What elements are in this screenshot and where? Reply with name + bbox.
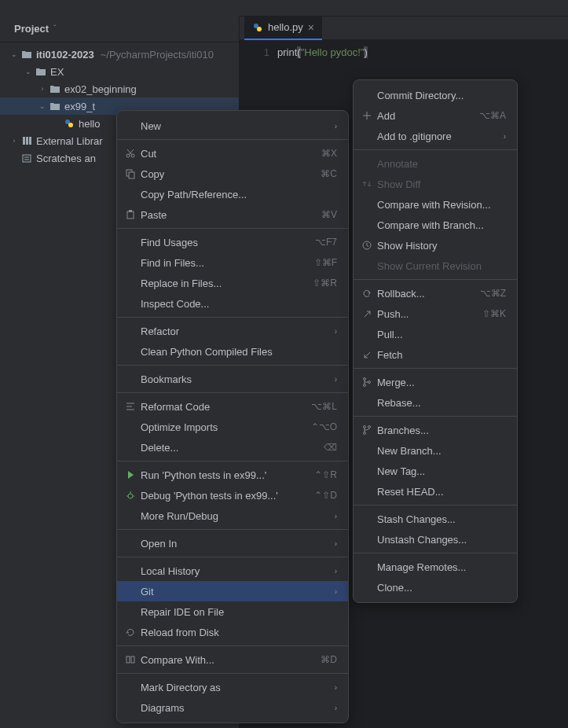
tab-hello[interactable]: hello.py ×: [244, 17, 322, 40]
chevron-down-icon[interactable]: ⌄: [22, 68, 35, 75]
debug-icon: [125, 489, 139, 502]
code-line[interactable]: print("Hello pydoc!"): [277, 45, 368, 61]
menu-local-history[interactable]: Local History›: [117, 561, 348, 581]
chevron-down-icon[interactable]: ⌄: [8, 50, 20, 58]
menu-reformat-code[interactable]: Reformat Code⌥⌘L: [117, 396, 348, 417]
menu-reset-head[interactable]: Reset HEAD...: [354, 481, 517, 502]
copy-icon: [125, 167, 139, 180]
menu-more-run[interactable]: More Run/Debug›: [117, 506, 348, 526]
tree-label: External Librar: [36, 135, 103, 147]
fetch-icon: [361, 348, 376, 361]
svg-point-44: [364, 432, 366, 435]
menu-refactor[interactable]: Refactor›: [117, 321, 348, 341]
menu-branches[interactable]: Branches...: [354, 420, 517, 440]
chevron-right-icon[interactable]: ›: [8, 137, 20, 145]
svg-point-42: [368, 381, 371, 384]
chevron-right-icon: ›: [335, 683, 337, 692]
menu-new-branch[interactable]: New Branch...: [354, 440, 517, 461]
menu-stash[interactable]: Stash Changes...: [354, 509, 517, 529]
svg-point-1: [68, 123, 73, 127]
menu-diagrams[interactable]: Diagrams›: [117, 697, 348, 718]
chevron-right-icon: ›: [335, 375, 337, 384]
chevron-right-icon: ›: [335, 587, 337, 596]
menu-bookmarks[interactable]: Bookmarks›: [117, 369, 348, 389]
svg-point-43: [364, 426, 366, 428]
menu-new-tag[interactable]: New Tag...: [354, 461, 517, 481]
folder-icon: [35, 65, 47, 78]
svg-line-39: [365, 352, 370, 358]
tree-folder-ex02[interactable]: › ex02_beginning: [0, 80, 239, 97]
svg-point-21: [128, 494, 133, 498]
close-icon[interactable]: ×: [308, 21, 314, 34]
tree-root[interactable]: ⌄ iti0102-2023 ~/PycharmProjects/iti010: [0, 46, 239, 63]
plus-icon: [361, 109, 376, 122]
menu-git-add[interactable]: Add⌥⌘A: [354, 105, 517, 126]
menu-copy-path[interactable]: Copy Path/Reference...: [117, 184, 348, 204]
menu-merge[interactable]: Merge...: [354, 372, 517, 392]
tree-label: EX: [50, 66, 64, 78]
menu-optimize-imports[interactable]: Optimize Imports⌃⌥O: [117, 417, 348, 437]
tree-label: hello: [79, 118, 100, 130]
menu-show-current-revision: Show Current Revision: [354, 256, 517, 276]
menu-manage-remotes[interactable]: Manage Remotes...: [354, 557, 517, 577]
menu-reload-disk[interactable]: Reload from Disk: [117, 622, 348, 642]
svg-point-45: [368, 426, 371, 428]
menu-git[interactable]: Git›: [117, 581, 348, 601]
menu-inspect-code[interactable]: Inspect Code...: [117, 293, 348, 314]
tree-folder-ex[interactable]: ⌄ EX: [0, 63, 239, 80]
chevron-right-icon: ›: [335, 327, 337, 336]
svg-rect-3: [26, 137, 28, 145]
menu-repair-ide[interactable]: Repair IDE on File: [117, 601, 348, 622]
svg-point-9: [257, 27, 262, 31]
menu-clean-python[interactable]: Clean Python Compiled Files: [117, 341, 348, 362]
tree-label: ex99_t: [64, 101, 95, 112]
menu-find-usages[interactable]: Find Usages⌥F7: [117, 232, 348, 252]
chevron-right-icon: ›: [335, 539, 337, 548]
menu-unstash[interactable]: Unstash Changes...: [354, 529, 517, 550]
menu-clone[interactable]: Clone...: [354, 577, 517, 597]
tree-hint: ~/PycharmProjects/iti010: [101, 49, 214, 61]
menu-debug[interactable]: Debug 'Python tests in ex99...'⌃⇧D: [117, 485, 348, 506]
push-icon: [361, 307, 376, 320]
tab-bar: hello.py ×: [240, 17, 568, 40]
menu-pull[interactable]: Pull...: [354, 324, 517, 344]
menu-fetch[interactable]: Fetch: [354, 344, 517, 365]
diff-icon: [361, 178, 376, 190]
svg-rect-17: [129, 210, 132, 212]
python-icon: [63, 117, 75, 130]
menu-compare-branch[interactable]: Compare with Branch...: [354, 215, 517, 235]
chevron-right-icon: ›: [335, 567, 337, 575]
svg-rect-5: [23, 155, 31, 162]
paste-icon: [125, 208, 139, 221]
menu-push[interactable]: Push...⇧⌘K: [354, 303, 517, 324]
chevron-right-icon[interactable]: ›: [36, 85, 49, 93]
menu-new[interactable]: New›: [117, 116, 348, 136]
menu-replace-in-files[interactable]: Replace in Files...⇧⌘R: [117, 273, 348, 293]
menu-gitignore[interactable]: Add to .gitignore›: [354, 126, 517, 146]
folder-icon: [49, 100, 61, 112]
menu-rebase[interactable]: Rebase...: [354, 392, 517, 413]
chevron-down-icon[interactable]: ⌄: [36, 102, 49, 110]
menu-cut[interactable]: Cut⌘X: [117, 143, 348, 164]
code-editor[interactable]: 1 print("Hello pydoc!"): [240, 40, 568, 61]
chevron-right-icon: ›: [335, 512, 337, 520]
panel-header[interactable]: Project ˇ: [0, 16, 239, 42]
menu-run[interactable]: Run 'Python tests in ex99...'⌃⇧R: [117, 465, 348, 485]
menu-open-in[interactable]: Open In›: [117, 533, 348, 553]
svg-point-41: [364, 384, 366, 387]
menu-compare-with[interactable]: Compare With...⌘D: [117, 649, 348, 670]
menu-annotate: Annotate: [354, 153, 517, 174]
menu-compare-revision[interactable]: Compare with Revision...: [354, 194, 517, 215]
menu-copy[interactable]: Copy⌘C: [117, 164, 348, 184]
menu-paste[interactable]: Paste⌘V: [117, 204, 348, 225]
menu-rollback[interactable]: Rollback...⌥⌘Z: [354, 283, 517, 303]
menu-commit-directory[interactable]: Commit Directory...: [354, 85, 517, 105]
context-menu: New› Cut⌘X Copy⌘C Copy Path/Reference...…: [116, 110, 349, 723]
gutter: 1: [240, 45, 277, 61]
menu-find-in-files[interactable]: Find in Files...⇧⌘F: [117, 252, 348, 273]
tree-label: Scratches an: [36, 153, 96, 164]
menu-mark-directory[interactable]: Mark Directory as›: [117, 677, 348, 697]
svg-rect-4: [29, 137, 31, 145]
menu-show-history[interactable]: Show History: [354, 235, 517, 256]
menu-delete[interactable]: Delete...⌫: [117, 437, 348, 458]
